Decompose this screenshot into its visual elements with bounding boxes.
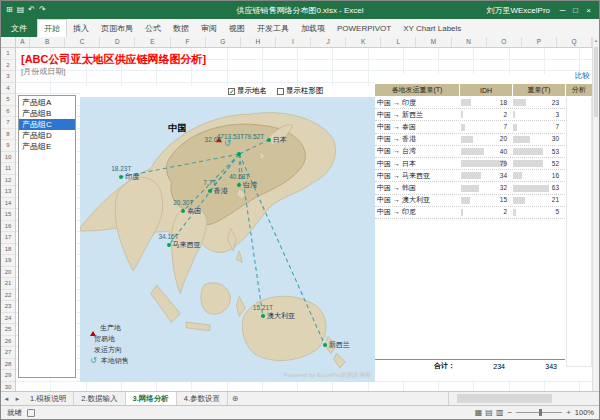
table-row[interactable]: 中国 → 马来西亚3416 bbox=[375, 170, 565, 182]
row-header-6[interactable]: 6 bbox=[1, 106, 15, 118]
product-list-item[interactable]: 产品组B bbox=[19, 108, 75, 119]
user-name[interactable]: 刘万里WExcelPro bbox=[486, 5, 550, 16]
sheet-tab-4.参数设置[interactable]: 4.参数设置 bbox=[177, 392, 228, 405]
product-list-item[interactable]: 产品组A bbox=[19, 97, 75, 108]
ribbon-tab-XY Chart Labels[interactable]: XY Chart Labels bbox=[397, 19, 467, 37]
product-group-listbox[interactable]: 产品组A产品组B产品组C产品组D产品组E bbox=[18, 95, 76, 378]
column-header-N[interactable]: N bbox=[452, 37, 487, 47]
compare-link[interactable]: 比较 bbox=[575, 71, 590, 81]
row-header-7[interactable]: 7 bbox=[1, 117, 15, 129]
checkbox-icon[interactable] bbox=[277, 88, 284, 95]
column-header-H[interactable]: H bbox=[241, 37, 276, 47]
row-header-11[interactable]: 11 bbox=[1, 163, 15, 175]
column-header-P[interactable]: P bbox=[522, 37, 557, 47]
table-row[interactable]: 中国 → 台湾4053 bbox=[375, 146, 565, 158]
row-header-22[interactable]: 22 bbox=[1, 290, 15, 302]
row-header-2[interactable]: 2 bbox=[1, 60, 15, 72]
table-row[interactable]: 中国 → 新西兰23 bbox=[375, 109, 565, 121]
scroll-thumb[interactable] bbox=[594, 47, 598, 117]
ribbon-tab-审阅[interactable]: 审阅 bbox=[195, 19, 223, 37]
excel-logo-icon[interactable]: ⊞ bbox=[6, 6, 13, 14]
ribbon-tab-POWERPIVOT[interactable]: POWERPIVOT bbox=[331, 19, 397, 37]
row-header-9[interactable]: 9 bbox=[1, 140, 15, 152]
column-header-A[interactable]: A bbox=[16, 37, 30, 47]
minimize-icon[interactable]: ─ bbox=[556, 6, 569, 15]
row-header-25[interactable]: 25 bbox=[1, 324, 15, 336]
row-header-29[interactable]: 29 bbox=[1, 370, 15, 382]
table-row[interactable]: 中国 → 香港2030 bbox=[375, 134, 565, 146]
checkbox-显示柱形图[interactable]: 显示柱形图 bbox=[277, 86, 324, 96]
undo-icon[interactable]: ↶ bbox=[28, 6, 35, 14]
row-header-18[interactable]: 18 bbox=[1, 244, 15, 256]
row-header-12[interactable]: 12 bbox=[1, 175, 15, 187]
ribbon-tab-开始[interactable]: 开始 bbox=[37, 19, 67, 37]
column-header-Q[interactable]: Q bbox=[557, 37, 592, 47]
file-tab[interactable]: 文件 bbox=[1, 19, 37, 37]
row-header-27[interactable]: 27 bbox=[1, 347, 15, 359]
row-header-10[interactable]: 10 bbox=[1, 152, 15, 164]
product-list-item[interactable]: 产品组E bbox=[19, 141, 75, 152]
select-all-corner[interactable] bbox=[1, 37, 16, 48]
row-header-24[interactable]: 24 bbox=[1, 313, 15, 325]
table-row[interactable]: 中国 → 澳大利亚1521 bbox=[375, 195, 565, 207]
column-header-E[interactable]: E bbox=[135, 37, 170, 47]
row-header-3[interactable]: 3 bbox=[1, 71, 15, 83]
column-header-B[interactable]: B bbox=[30, 37, 65, 47]
sheet-tab-2.数据输入[interactable]: 2.数据输入 bbox=[74, 392, 125, 405]
row-header-8[interactable]: 8 bbox=[1, 129, 15, 141]
column-header-I[interactable]: I bbox=[276, 37, 311, 47]
close-icon[interactable]: × bbox=[582, 6, 595, 15]
table-row[interactable]: 中国 → 印度1823 bbox=[375, 97, 565, 109]
save-icon[interactable]: ▤ bbox=[17, 6, 25, 14]
sheet-nav-left-icon[interactable]: ◄ bbox=[1, 392, 12, 405]
sheet-tab-3.网络分析[interactable]: 3.网络分析 bbox=[126, 392, 177, 405]
page-layout-view-icon[interactable]: ▤ bbox=[485, 408, 493, 417]
column-header-M[interactable]: M bbox=[416, 37, 451, 47]
page-break-view-icon[interactable]: ▥ bbox=[496, 408, 504, 417]
table-row[interactable]: 中国 → 日本7952 bbox=[375, 158, 565, 170]
ribbon-tab-数据[interactable]: 数据 bbox=[167, 19, 195, 37]
row-header-1[interactable]: 1 bbox=[1, 48, 15, 60]
checkbox-icon[interactable]: ✓ bbox=[228, 88, 235, 95]
product-list-item[interactable]: 产品组D bbox=[19, 130, 75, 141]
row-header-14[interactable]: 14 bbox=[1, 198, 15, 210]
column-header-L[interactable]: L bbox=[381, 37, 416, 47]
zoom-level[interactable]: 100% bbox=[575, 408, 594, 417]
table-row[interactable]: 中国 → 韩国3263 bbox=[375, 182, 565, 194]
column-header-G[interactable]: G bbox=[206, 37, 241, 47]
normal-view-icon[interactable]: ▦ bbox=[475, 408, 483, 417]
sheet-nav-right-icon[interactable]: ► bbox=[12, 392, 23, 405]
row-header-16[interactable]: 16 bbox=[1, 221, 15, 233]
table-row[interactable]: 中国 → 泰国77 bbox=[375, 121, 565, 133]
column-header-D[interactable]: D bbox=[100, 37, 135, 47]
column-header-O[interactable]: O bbox=[487, 37, 522, 47]
zoom-slider[interactable] bbox=[516, 412, 562, 413]
row-header-19[interactable]: 19 bbox=[1, 255, 15, 267]
ribbon-tab-页面布局[interactable]: 页面布局 bbox=[95, 19, 139, 37]
column-header-C[interactable]: C bbox=[65, 37, 100, 47]
ribbon-tab-插入[interactable]: 插入 bbox=[67, 19, 95, 37]
row-header-15[interactable]: 15 bbox=[1, 209, 15, 221]
row-header-5[interactable]: 5 bbox=[1, 94, 15, 106]
vertical-scrollbar[interactable]: ▲ bbox=[592, 37, 599, 391]
row-header-21[interactable]: 21 bbox=[1, 278, 15, 290]
row-header-13[interactable]: 13 bbox=[1, 186, 15, 198]
maximize-icon[interactable]: □ bbox=[569, 6, 582, 15]
row-header-28[interactable]: 28 bbox=[1, 359, 15, 371]
row-header-4[interactable]: 4 bbox=[1, 83, 15, 95]
ribbon-tab-开发工具[interactable]: 开发工具 bbox=[251, 19, 295, 37]
new-sheet-button[interactable]: ⊕ bbox=[228, 392, 242, 405]
column-header-F[interactable]: F bbox=[171, 37, 206, 47]
zoom-out-icon[interactable]: − bbox=[507, 408, 512, 417]
hscroll-thumb[interactable] bbox=[457, 394, 552, 403]
row-header-20[interactable]: 20 bbox=[1, 267, 15, 279]
scroll-up-icon[interactable]: ▲ bbox=[593, 37, 599, 45]
row-header-23[interactable]: 23 bbox=[1, 301, 15, 313]
ribbon-tab-加载项[interactable]: 加载项 bbox=[295, 19, 331, 37]
zoom-in-icon[interactable]: + bbox=[566, 408, 571, 417]
row-header-26[interactable]: 26 bbox=[1, 336, 15, 348]
product-list-item[interactable]: 产品组C bbox=[19, 119, 75, 130]
row-header-17[interactable]: 17 bbox=[1, 232, 15, 244]
row-header-30[interactable]: 30 bbox=[1, 382, 15, 392]
sheet-tab-1.模板说明[interactable]: 1.模板说明 bbox=[23, 392, 74, 405]
